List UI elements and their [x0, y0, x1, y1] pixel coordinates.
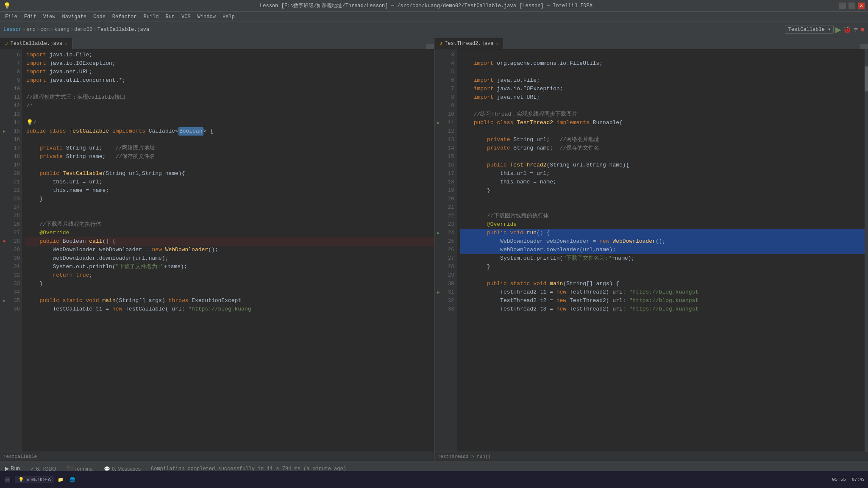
- r-code-line-16: public TestThread2(String url,String nam…: [460, 161, 865, 169]
- tab-testthread2[interactable]: J TestThread2.java ✕: [434, 38, 504, 49]
- title-text: Lesson [F:\数字班级/如课程地址/Thread/Lesson] — /…: [13, 2, 839, 9]
- r-code-line-30: public static void main(String[] args) {: [460, 280, 865, 288]
- r-code-line-7: import java.io.IOException;: [460, 85, 865, 93]
- r-code-line-31: TestThread2 t1 = new TestThread2( url: "…: [460, 288, 865, 297]
- close-button[interactable]: ✕: [858, 3, 865, 9]
- code-line-25: [25, 212, 434, 220]
- run-arrow-15[interactable]: ▶: [0, 127, 8, 136]
- breadcrumb-lesson[interactable]: Lesson: [3, 27, 22, 33]
- code-line-28: public Boolean call() {: [25, 237, 434, 246]
- menu-code[interactable]: Code: [90, 12, 109, 22]
- r-code-line-4: import org.apache.commons.io.FileUtils;: [460, 59, 865, 68]
- right-code-content[interactable]: import org.apache.commons.io.FileUtils; …: [456, 49, 865, 452]
- code-line-7: import java.io.IOException;: [25, 59, 434, 68]
- taskbar-idea[interactable]: 💡 IntelliJ IDEA: [15, 476, 54, 483]
- code-line-11: //线程创建方式三：实现callable接口: [25, 93, 434, 102]
- menu-vcs[interactable]: VCS: [178, 12, 194, 22]
- left-code-area[interactable]: ▶ ●: [0, 49, 434, 452]
- java-icon: J: [5, 41, 8, 46]
- code-line-12: /*: [25, 102, 434, 110]
- code-line-9: import java.util.concurrent.*;: [25, 76, 434, 85]
- breadcrumb-demo02[interactable]: demo02: [74, 27, 92, 33]
- run-config-selector[interactable]: TestCallable ▾: [785, 25, 834, 34]
- code-line-31: System.out.println("下载了文件名为:"+name);: [25, 263, 434, 271]
- code-line-8: import java.net.URL;: [25, 68, 434, 76]
- stop-button[interactable]: ■: [860, 26, 865, 33]
- menu-window[interactable]: Window: [194, 12, 219, 22]
- scroll-indicator-left: │: [428, 44, 431, 49]
- code-line-10: [25, 85, 434, 93]
- breadcrumb-kuang[interactable]: kuang: [54, 27, 70, 33]
- toolbar: Lesson › src › com › kuang › demo02 › Te…: [0, 22, 868, 37]
- taskbar-date: 07:43: [850, 477, 866, 482]
- right-code-area[interactable]: ▶ ▶: [434, 49, 868, 452]
- menu-view[interactable]: View: [40, 12, 59, 22]
- start-button[interactable]: ⊞: [2, 474, 14, 485]
- code-line-20: public TestCallable(String url,String na…: [25, 169, 434, 178]
- r-code-line-32: TestThread2 t2 = new TestThread2( url: "…: [460, 297, 865, 305]
- run-arrow-35[interactable]: ▶: [0, 297, 8, 305]
- menu-run[interactable]: Run: [162, 12, 178, 22]
- menu-refactor[interactable]: Refactor: [109, 12, 140, 22]
- r-code-line-14: private String name; //保存的文件名: [460, 144, 865, 152]
- r-code-line-5: [460, 68, 865, 76]
- maximize-button[interactable]: □: [849, 3, 855, 9]
- menu-help[interactable]: Help: [219, 12, 238, 22]
- breadcrumb-com[interactable]: com: [40, 27, 50, 33]
- r-code-line-29: [460, 271, 865, 280]
- code-line-23: }: [25, 195, 434, 203]
- code-line-36: TestCallable t1 = new TestCallable( url:…: [25, 305, 434, 313]
- r-code-line-9: [460, 102, 865, 110]
- breakpoint-28[interactable]: ●: [0, 237, 8, 246]
- app-icon: 💡: [3, 2, 11, 9]
- r-code-line-8: import java.net.URL;: [460, 93, 865, 102]
- taskbar-explorer[interactable]: 📁: [55, 476, 66, 483]
- r-code-line-25: WebDownloader webDownloader = new WebDow…: [460, 237, 865, 246]
- r-code-line-23: @Override: [460, 220, 865, 229]
- minimize-button[interactable]: —: [839, 3, 846, 9]
- right-tab-bar: J TestThread2.java ✕ │: [434, 37, 868, 49]
- code-line-14: 💡/: [25, 119, 434, 127]
- tab-testcallable[interactable]: J TestCallable.java ✕: [0, 38, 73, 49]
- left-code-content[interactable]: import java.io.File; import java.io.IOEx…: [22, 49, 434, 452]
- taskbar-browser[interactable]: 🌐: [67, 476, 78, 483]
- r-code-line-22: //下载图片线程的执行体: [460, 212, 865, 220]
- taskbar: ⊞ 💡 IntelliJ IDEA 📁 🌐 05:55 07:43: [0, 471, 868, 488]
- run-button[interactable]: ▶: [835, 25, 841, 34]
- right-editor-panel: J TestThread2.java ✕ │: [434, 37, 868, 461]
- right-scrollbar[interactable]: [865, 49, 868, 452]
- r-code-line-15: [460, 152, 865, 161]
- r-code-line-21: [460, 203, 865, 212]
- r-code-line-3: [460, 51, 865, 59]
- r-code-line-27: System.out.println("下载了文件名为:"+name);: [460, 254, 865, 263]
- debug-button[interactable]: 🐞: [843, 25, 851, 33]
- r-code-line-18: this.name = name;: [460, 178, 865, 186]
- menu-edit[interactable]: Edit: [21, 12, 40, 22]
- title-bar: 💡 Lesson [F:\数字班级/如课程地址/Thread/Lesson] —…: [0, 0, 868, 12]
- r-code-line-26: webDownloader.downloader(url,name);: [460, 246, 865, 254]
- run-arrow-30[interactable]: ▶: [434, 288, 443, 297]
- menu-file[interactable]: File: [2, 12, 21, 22]
- coverage-button[interactable]: ☂: [853, 26, 859, 33]
- code-line-22: this.name = name;: [25, 186, 434, 195]
- menu-navigate[interactable]: Navigate: [58, 12, 90, 22]
- run-arrow-11[interactable]: ▶: [434, 119, 443, 127]
- breadcrumb-file[interactable]: TestCallable.java: [97, 27, 149, 33]
- r-code-line-24: public void run() {: [460, 229, 865, 237]
- tab-close-right[interactable]: ✕: [496, 41, 498, 46]
- code-line-35: public static void main(String[] args) t…: [25, 297, 434, 305]
- right-breadcrumb: TestThread2 > run(): [434, 452, 868, 461]
- scrollbar-thumb[interactable]: [865, 66, 868, 92]
- code-line-27: @Override: [25, 229, 434, 237]
- menu-build[interactable]: Build: [140, 12, 162, 22]
- code-line-18: private String name; //保存的文件名: [25, 152, 434, 161]
- r-code-line-12: [460, 127, 865, 136]
- r-code-line-11: public class TestThread2 implements Runn…: [460, 119, 865, 127]
- code-line-13: [25, 110, 434, 119]
- menu-bar: File Edit View Navigate Code Refactor Bu…: [0, 12, 868, 22]
- tab-close-left[interactable]: ✕: [65, 41, 67, 46]
- code-line-17: private String url; //网络图片地址: [25, 144, 434, 152]
- exec-arrow-24[interactable]: ▶: [434, 229, 443, 237]
- breadcrumb-src[interactable]: src: [26, 27, 36, 33]
- code-line-21: this.url = url;: [25, 178, 434, 186]
